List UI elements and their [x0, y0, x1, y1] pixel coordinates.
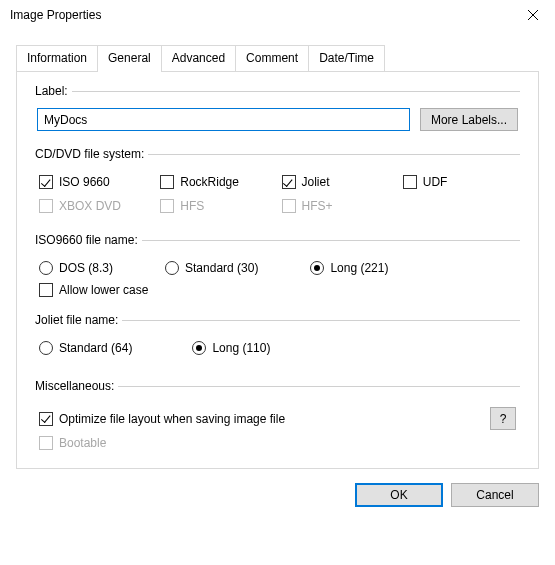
- radio-label: Standard (64): [59, 341, 132, 355]
- radio-label: DOS (8.3): [59, 261, 113, 275]
- window-title: Image Properties: [10, 8, 101, 22]
- radio-icon: [39, 341, 53, 355]
- dialog-footer: OK Cancel: [0, 469, 555, 519]
- checkbox-icon: [403, 175, 417, 189]
- checkbox-iso9660[interactable]: ISO 9660: [39, 175, 154, 189]
- checkbox-icon: [282, 199, 296, 213]
- checkbox-bootable: Bootable: [37, 434, 518, 452]
- checkbox-icon: [39, 412, 53, 426]
- radio-icon: [39, 261, 53, 275]
- tab-information[interactable]: Information: [16, 45, 98, 71]
- checkbox-label: Optimize file layout when saving image f…: [59, 412, 285, 426]
- checkbox-label: UDF: [423, 175, 448, 189]
- checkbox-label: RockRidge: [180, 175, 239, 189]
- checkbox-optimize-layout[interactable]: Optimize file layout when saving image f…: [39, 412, 285, 426]
- checkbox-icon: [160, 199, 174, 213]
- radio-iso-standard[interactable]: Standard (30): [165, 261, 258, 275]
- checkbox-icon: [160, 175, 174, 189]
- checkbox-label: HFS+: [302, 199, 333, 213]
- radio-iso-long[interactable]: Long (221): [310, 261, 388, 275]
- checkbox-icon: [39, 199, 53, 213]
- radio-joliet-standard[interactable]: Standard (64): [39, 341, 132, 355]
- radio-icon: [192, 341, 206, 355]
- checkbox-label: XBOX DVD: [59, 199, 121, 213]
- client-area: Information General Advanced Comment Dat…: [0, 30, 555, 469]
- tab-advanced[interactable]: Advanced: [161, 45, 236, 71]
- tab-general[interactable]: General: [97, 45, 162, 72]
- group-joliet-filename: Joliet file name: Standard (64) Long (11…: [35, 313, 520, 365]
- checkbox-label: Bootable: [59, 436, 106, 450]
- group-filesystem: CD/DVD file system: ISO 9660 RockRidge J…: [35, 147, 520, 219]
- checkbox-label: ISO 9660: [59, 175, 110, 189]
- group-iso9660-filename: ISO9660 file name: DOS (8.3) Standard (3…: [35, 233, 520, 299]
- radio-label: Standard (30): [185, 261, 258, 275]
- tab-datetime[interactable]: Date/Time: [308, 45, 385, 71]
- checkbox-icon: [39, 283, 53, 297]
- titlebar: Image Properties: [0, 0, 555, 30]
- tab-panel-general: Label: More Labels... CD/DVD file system…: [16, 71, 539, 469]
- ok-button[interactable]: OK: [355, 483, 443, 507]
- group-miscellaneous: Miscellaneous: Optimize file layout when…: [35, 379, 520, 454]
- checkbox-label: Allow lower case: [59, 283, 148, 297]
- radio-icon: [165, 261, 179, 275]
- group-joliet-legend: Joliet file name:: [35, 313, 122, 327]
- checkbox-rockridge[interactable]: RockRidge: [160, 175, 275, 189]
- checkbox-joliet[interactable]: Joliet: [282, 175, 397, 189]
- tab-comment[interactable]: Comment: [235, 45, 309, 71]
- radio-label: Long (221): [330, 261, 388, 275]
- radio-label: Long (110): [212, 341, 270, 355]
- checkbox-udf[interactable]: UDF: [403, 175, 518, 189]
- radio-icon: [310, 261, 324, 275]
- group-filesystem-legend: CD/DVD file system:: [35, 147, 148, 161]
- group-iso9660-legend: ISO9660 file name:: [35, 233, 142, 247]
- radio-iso-dos[interactable]: DOS (8.3): [39, 261, 113, 275]
- radio-joliet-long[interactable]: Long (110): [192, 341, 270, 355]
- close-icon: [528, 10, 538, 20]
- close-button[interactable]: [510, 0, 555, 30]
- help-button[interactable]: ?: [490, 407, 516, 430]
- checkbox-hfsplus: HFS+: [282, 199, 397, 213]
- more-labels-button[interactable]: More Labels...: [420, 108, 518, 131]
- checkbox-hfs: HFS: [160, 199, 275, 213]
- tab-row: Information General Advanced Comment Dat…: [16, 45, 539, 71]
- group-misc-legend: Miscellaneous:: [35, 379, 118, 393]
- checkbox-allow-lowercase[interactable]: Allow lower case: [37, 283, 518, 297]
- checkbox-icon: [282, 175, 296, 189]
- checkbox-label: HFS: [180, 199, 204, 213]
- checkbox-icon: [39, 436, 53, 450]
- checkbox-icon: [39, 175, 53, 189]
- label-input[interactable]: [37, 108, 410, 131]
- group-label-legend: Label:: [35, 84, 72, 98]
- checkbox-xboxdvd: XBOX DVD: [39, 199, 154, 213]
- cancel-button[interactable]: Cancel: [451, 483, 539, 507]
- checkbox-label: Joliet: [302, 175, 330, 189]
- group-label: Label: More Labels...: [35, 84, 520, 133]
